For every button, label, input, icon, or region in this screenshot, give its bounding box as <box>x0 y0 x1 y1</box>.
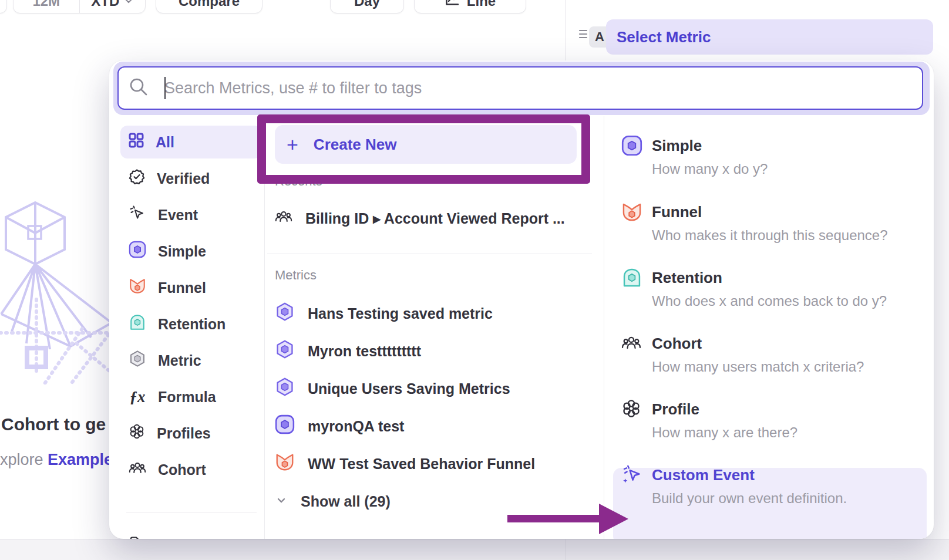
chart-type-line-label: Line <box>467 0 496 9</box>
annotation-highlight-box <box>257 114 590 184</box>
example-link[interactable]: Example <box>48 451 109 468</box>
canvas-heading: Cohort to ge <box>1 414 110 434</box>
sidebar-item-funnel[interactable]: Funnel <box>120 271 261 304</box>
sidebar-item-label: Formula <box>158 389 216 406</box>
compare-label: Compare <box>179 0 240 9</box>
metric-item-label: Unique Users Saving Metrics <box>308 380 510 397</box>
date-range-button-stub[interactable] <box>0 0 7 14</box>
type-title: Cohort <box>652 332 702 355</box>
metric-item-label: WW Test Saved Behavior Funnel <box>308 456 535 473</box>
canvas-subtext-prefix: xplore <box>0 451 48 468</box>
recent-item-label: Billing ID ▸ Account Viewed Report ... <box>305 210 565 227</box>
custom-event-cursor-icon <box>621 464 642 488</box>
type-desc: How many x do y? <box>652 157 768 181</box>
cohort-people-icon <box>129 459 146 480</box>
sidebar-divider <box>126 512 257 512</box>
sidebar-item-verified[interactable]: Verified <box>120 162 261 195</box>
sidebar-item-cohort[interactable]: Cohort <box>120 453 261 486</box>
sidebar-item-event[interactable]: Event <box>120 198 261 231</box>
sidebar-item-label: Retention <box>158 316 226 333</box>
sidebar-item-label: Profiles <box>157 425 211 442</box>
wireframe-illustration <box>0 197 112 384</box>
metric-list-item[interactable]: Myron testtttttttt <box>275 338 421 364</box>
page-footer-strip <box>0 539 949 560</box>
tag-icon <box>129 535 145 539</box>
saved-metric-icon <box>275 339 295 363</box>
profiles-flower-icon <box>129 423 145 443</box>
sidebar-item-label: Verified <box>157 170 210 187</box>
chevron-down-icon <box>124 0 133 9</box>
type-desc: Build your own event definition. <box>652 487 847 510</box>
simple-metric-icon <box>621 135 642 158</box>
type-title: Profile <box>652 397 699 421</box>
retention-metric-icon <box>621 267 642 291</box>
type-title: Retention <box>652 266 722 289</box>
event-cursor-icon <box>129 204 146 225</box>
type-desc: How many x are there? <box>652 421 797 444</box>
annotation-arrow-head <box>599 504 628 534</box>
formula-fx-icon: ƒx <box>129 388 146 406</box>
sidebar-item-profiles[interactable]: Profiles <box>120 417 261 450</box>
search-input[interactable] <box>117 66 923 110</box>
types-column-divider <box>604 116 604 539</box>
chart-type-line-button[interactable]: Line <box>414 0 526 14</box>
hexagon-metric-icon <box>129 350 146 371</box>
metric-list-item[interactable]: myronQA test <box>275 413 404 439</box>
saved-metric-icon <box>275 302 295 325</box>
verified-badge-icon <box>129 168 145 188</box>
cohort-people-icon <box>275 208 292 229</box>
type-desc: How many users match x criteria? <box>652 355 864 379</box>
show-all-toggle[interactable]: Show all (29) <box>275 488 391 514</box>
metric-item-label: myronQA test <box>308 418 404 435</box>
interval-day-label: Day <box>354 0 380 9</box>
sidebar-item-label: Simple <box>158 243 206 260</box>
text-caret <box>164 77 166 99</box>
metric-item-label: Hans Testing saved metric <box>308 305 493 322</box>
sidebar-item-retention[interactable]: Retention <box>120 308 261 340</box>
date-range-12m-label: 12M <box>32 0 60 9</box>
funnel-metric-icon <box>621 201 642 225</box>
sidebar-item-partial[interactable] <box>120 529 261 539</box>
sidebar-item-simple[interactable]: Simple <box>120 235 261 268</box>
type-desc: Who does x and comes back to do y? <box>652 289 887 313</box>
saved-metric-icon <box>275 377 295 400</box>
sidebar-item-label: All <box>156 134 174 151</box>
show-all-label: Show all (29) <box>301 493 391 510</box>
type-title: Funnel <box>652 200 702 224</box>
funnel-metric-icon <box>129 277 146 298</box>
simple-metric-icon <box>275 414 295 438</box>
metrics-section-label: Metrics <box>275 268 317 283</box>
line-chart-icon <box>445 0 460 11</box>
search-icon <box>128 76 149 100</box>
recent-item[interactable]: Billing ID ▸ Account Viewed Report ... <box>275 205 565 231</box>
date-range-12m-button[interactable]: 12M <box>14 0 79 13</box>
type-title: Simple <box>652 134 702 157</box>
sidebar-item-all[interactable]: All <box>120 126 261 158</box>
type-title: Custom Event <box>652 463 755 487</box>
sidebar-item-label: Event <box>158 207 198 224</box>
drag-handle-icon[interactable] <box>578 29 588 42</box>
type-desc: Who makes it through this sequence? <box>652 224 888 247</box>
middle-divider <box>267 254 592 254</box>
chevron-down-icon <box>275 493 288 510</box>
select-metric-chip[interactable]: Select Metric <box>606 19 933 55</box>
compare-button[interactable]: Compare <box>156 0 263 14</box>
profiles-flower-icon <box>621 399 641 421</box>
simple-metric-icon <box>129 241 146 262</box>
sidebar-item-label: Funnel <box>158 279 206 296</box>
metric-list-item[interactable]: Hans Testing saved metric <box>275 301 493 326</box>
date-range-xtd-button[interactable]: XTD <box>79 0 146 13</box>
sidebar-item-formula[interactable]: ƒx Formula <box>120 380 261 413</box>
sidebar-item-label: Cohort <box>158 461 206 478</box>
interval-day-button[interactable]: Day <box>330 0 404 14</box>
retention-metric-icon <box>129 313 146 335</box>
metric-item-label: Myron testtttttttt <box>308 343 421 360</box>
metric-list-item[interactable]: Unique Users Saving Metrics <box>275 376 510 402</box>
annotation-arrow <box>507 515 600 522</box>
sidebar-item-label: Metric <box>158 352 201 369</box>
sidebar-item-metric[interactable]: Metric <box>120 344 261 377</box>
metric-list-item[interactable]: WW Test Saved Behavior Funnel <box>275 451 535 477</box>
cohort-people-icon <box>621 333 641 355</box>
funnel-metric-icon <box>275 452 295 475</box>
date-range-xtd-label: XTD <box>91 0 119 9</box>
